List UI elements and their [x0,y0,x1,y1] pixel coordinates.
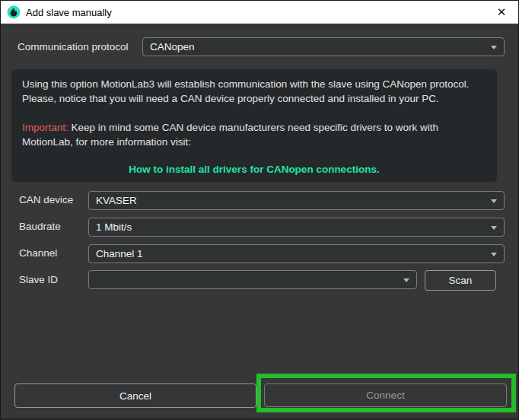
close-icon[interactable]: ✕ [485,1,518,24]
can-device-select[interactable]: KVASER [88,191,505,210]
drivers-help-link[interactable]: How to install all drivers for CANopen c… [22,162,486,177]
protocol-label: Communication protocol [18,38,129,56]
can-device-label: CAN device [19,191,73,209]
add-slave-dialog: Add slave manually ✕ Communication proto… [0,0,519,420]
can-device-value: KVASER [96,195,137,206]
slave-id-select[interactable] [88,270,417,289]
chevron-down-icon [491,46,497,49]
info-paragraph: Using this option MotionLab3 will establ… [22,77,486,106]
baudrate-label: Baudrate [19,218,61,236]
protocol-select[interactable]: CANopen [142,37,505,56]
chevron-down-icon [491,226,497,230]
baudrate-select[interactable]: 1 Mbit/s [88,218,505,237]
motionlab-app-icon [7,5,21,19]
channel-select[interactable]: Channel 1 [88,244,505,263]
cancel-button[interactable]: Cancel [14,383,256,408]
info-box: Using this option MotionLab3 will establ… [11,69,497,182]
chevron-down-icon [403,278,409,282]
baudrate-value: 1 Mbit/s [96,221,132,233]
channel-label: Channel [19,244,57,262]
window-title: Add slave manually [26,7,112,18]
connect-button[interactable]: Connect [264,383,507,407]
slave-id-label: Slave ID [19,271,58,289]
scan-button[interactable]: Scan [425,270,496,291]
protocol-value: CANopen [150,41,195,52]
chevron-down-icon [491,253,497,256]
important-paragraph: Important: Keep in mind some CAN device … [22,120,486,149]
channel-value: Channel 1 [96,248,143,259]
chevron-down-icon [491,199,497,203]
important-text: Keep in mind some CAN device manufacture… [22,122,438,148]
title-bar: Add slave manually ✕ [1,1,518,24]
important-label: Important: [22,122,68,133]
